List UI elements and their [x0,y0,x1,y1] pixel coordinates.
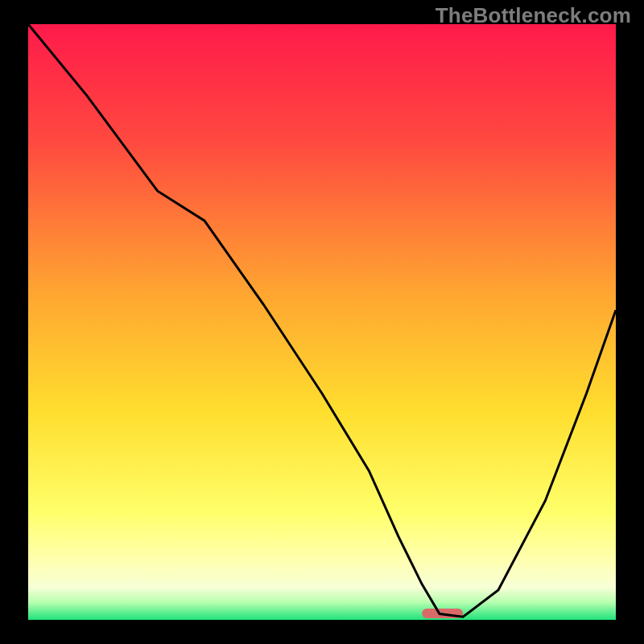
watermark: TheBottleneck.com [436,3,631,28]
chart-frame: { "watermark": "TheBottleneck.com", "cha… [0,0,644,644]
bottleneck-chart [0,0,644,644]
plot-area [28,24,616,620]
